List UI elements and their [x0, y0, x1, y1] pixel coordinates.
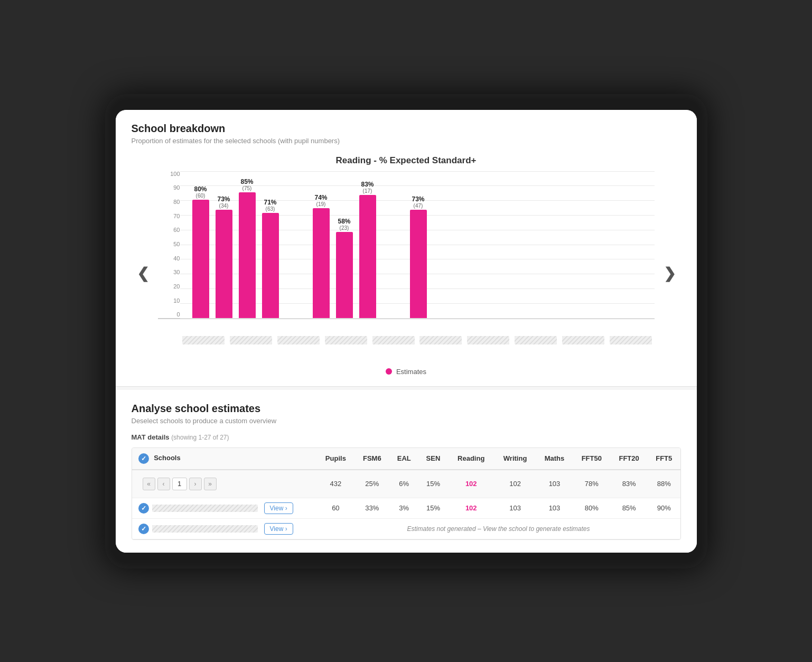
chart-legend: Estimates: [158, 368, 655, 376]
summary-fsm6: 25%: [354, 470, 389, 498]
bar-chart: 100 90 80 70 60 50 40 30 20 10 0: [158, 171, 655, 319]
y-axis: 100 90 80 70 60 50 40 30 20 10 0: [158, 171, 180, 318]
summary-pupils: 432: [317, 470, 355, 498]
school-breakdown-title: School breakdown: [132, 123, 681, 135]
pag-next-btn[interactable]: ›: [189, 478, 202, 490]
y-label-0: 0: [158, 312, 180, 318]
x-label-9: [559, 319, 607, 361]
analyse-title: Analyse school estimates: [132, 403, 681, 415]
bar-group-7: 83% (17): [359, 195, 376, 318]
bar-group-5: 74% (19): [313, 208, 330, 318]
x-label-7: [464, 319, 512, 361]
row2-name-blur: [152, 525, 258, 533]
summary-sen: 15%: [418, 470, 448, 498]
bar-label-4: 71% (63): [264, 199, 276, 212]
legend-label: Estimates: [396, 368, 426, 376]
row2-view-btn[interactable]: View ›: [264, 523, 293, 535]
header-check-icon[interactable]: ✓: [138, 453, 149, 464]
bar-7: [359, 195, 376, 318]
bar-label-8: 73% (47): [412, 195, 424, 209]
row2-note: Estimates not generated – View the schoo…: [317, 518, 680, 539]
bar-label-2: 73% (34): [217, 195, 230, 209]
mat-details-label: MAT details (showing 1-27 of 27): [132, 433, 681, 441]
bar-group-1: 80% (60): [192, 200, 209, 318]
bar-group-4: 71% (63): [262, 213, 279, 318]
row1-maths: 103: [536, 498, 573, 518]
col-fft50: FFT50: [573, 448, 610, 470]
y-label-30: 30: [158, 269, 180, 275]
y-label-10: 10: [158, 298, 180, 304]
x-axis-labels: [158, 319, 655, 361]
school-name-cell-2: ✓ View ›: [132, 518, 317, 539]
x-label-2: [227, 319, 275, 361]
school-name-cell-1: ✓ View ›: [132, 498, 317, 518]
col-eal: EAL: [389, 448, 418, 470]
grid-line-0: [180, 318, 655, 319]
y-label-80: 80: [158, 199, 180, 205]
bar-4: [262, 213, 279, 318]
mat-details-count: (showing 1-27 of 27): [171, 434, 229, 441]
bar-3: [239, 192, 256, 318]
table-row-2: ✓ View › Estimates not generated – View …: [132, 518, 680, 539]
row1-fft50: 80%: [573, 498, 610, 518]
chart-container: ❮ ❯ 100 90 80 70 60 50 40 30: [132, 171, 681, 376]
summary-fft5: 88%: [648, 470, 680, 498]
bar-label-3: 85% (75): [240, 178, 253, 191]
y-label-70: 70: [158, 213, 180, 219]
row1-sen: 15%: [418, 498, 448, 518]
bar-2: [216, 210, 232, 318]
row1-writing: 103: [494, 498, 536, 518]
y-label-40: 40: [158, 256, 180, 262]
y-label-60: 60: [158, 227, 180, 233]
row1-fft20: 85%: [610, 498, 648, 518]
col-schools: ✓ Schools: [132, 448, 317, 470]
row1-view-btn[interactable]: View ›: [264, 502, 293, 514]
summary-maths: 103: [536, 470, 573, 498]
pag-first-btn[interactable]: «: [143, 478, 155, 490]
row1-fft5: 90%: [648, 498, 680, 518]
col-writing: Writing: [494, 448, 536, 470]
col-maths: Maths: [536, 448, 573, 470]
bars-area: 80% (60) 73% (34): [182, 171, 655, 318]
y-label-100: 100: [158, 171, 180, 177]
chart-title: Reading - % Expected Standard+: [132, 155, 681, 166]
content-area: School breakdown Proportion of estimates…: [116, 110, 697, 553]
bar-label-6: 58% (23): [338, 218, 350, 231]
bar-group-2: 73% (34): [216, 210, 232, 318]
x-label-1: [180, 319, 228, 361]
x-label-4: [322, 319, 370, 361]
col-fsm6: FSM6: [354, 448, 389, 470]
bar-8: [410, 210, 427, 318]
bar-group-8: 73% (47): [410, 210, 427, 318]
x-label-3: [275, 319, 322, 361]
col-fft5: FFT5: [648, 448, 680, 470]
bar-1: [192, 200, 209, 318]
x-label-5: [370, 319, 417, 361]
tablet-frame: School breakdown Proportion of estimates…: [105, 94, 707, 568]
pag-prev-btn[interactable]: ‹: [157, 478, 170, 490]
analyse-subtitle: Deselect schools to produce a custom ove…: [132, 417, 681, 425]
pagination-cell: « ‹ 1 › »: [132, 470, 317, 498]
y-label-50: 50: [158, 241, 180, 247]
pag-last-btn[interactable]: »: [204, 478, 217, 490]
table-row: ✓ View › 60 33% 3% 15% 102: [132, 498, 680, 518]
chart-nav-right[interactable]: ❯: [661, 265, 678, 282]
row1-check-icon[interactable]: ✓: [138, 503, 149, 514]
summary-row: « ‹ 1 › » 432 25% 6%: [132, 470, 680, 498]
col-fft20: FFT20: [610, 448, 648, 470]
y-label-20: 20: [158, 284, 180, 290]
row1-fsm6: 33%: [354, 498, 389, 518]
school-breakdown-section: School breakdown Proportion of estimates…: [116, 110, 697, 387]
summary-reading: 102: [448, 470, 494, 498]
legend-dot: [386, 368, 392, 375]
bar-label-1: 80% (60): [194, 185, 207, 199]
pagination-controls: « ‹ 1 › »: [138, 474, 313, 493]
row1-eal: 3%: [389, 498, 418, 518]
bar-label-5: 74% (19): [314, 194, 327, 207]
col-reading: Reading: [448, 448, 494, 470]
row1-name-blur: [152, 505, 258, 512]
chart-nav-left[interactable]: ❮: [134, 265, 152, 282]
x-label-10: [607, 319, 655, 361]
school-breakdown-subtitle: Proportion of estimates for the selected…: [132, 137, 681, 145]
row2-check-icon[interactable]: ✓: [138, 524, 149, 534]
